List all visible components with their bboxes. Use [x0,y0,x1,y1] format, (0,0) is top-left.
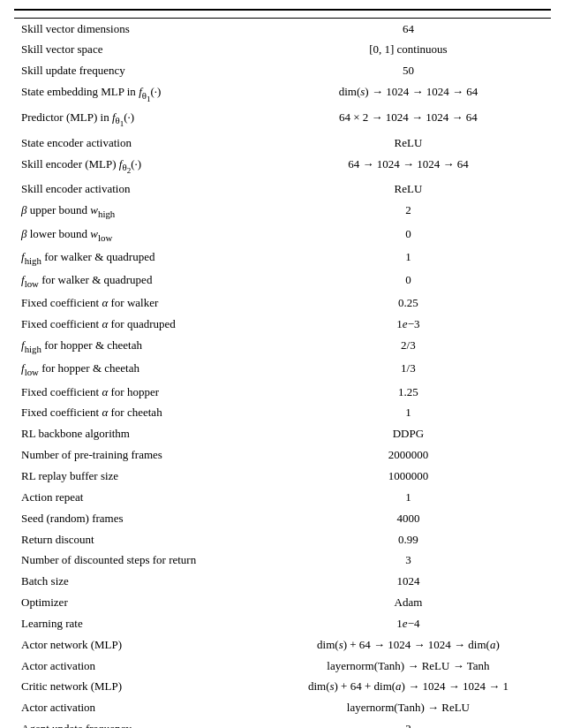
table-row: State embedding MLP in fθ1(·)dim(s) → 10… [14,82,551,108]
setting-cell: ReLU [266,133,551,154]
param-cell: Fixed coefficient α for cheetah [14,403,266,424]
param-cell: Return discount [14,529,266,550]
setting-cell: Adam [266,593,551,614]
setting-cell: 4000 [266,508,551,529]
setting-cell: dim(s) + 64 → 1024 → 1024 → dim(a) [266,634,551,656]
param-cell: Skill vector space [14,40,266,61]
table-row: Skill vector space[0, 1] continuous [14,40,551,61]
setting-cell: 0.25 [266,293,551,315]
param-cell: flow for walker & quadruped [14,270,266,293]
table-row: flow for walker & quadruped0 [14,270,551,293]
table-row: Predictor (MLP) in fθ1(·)64 × 2 → 1024 →… [14,107,551,133]
table-row: Agent update frequency2 [14,719,551,728]
param-cell: Actor activation [14,656,266,677]
table-row: Number of discounted steps for return3 [14,550,551,572]
table-row: State encoder activationReLU [14,133,551,154]
param-cell: State embedding MLP in fθ1(·) [14,82,266,108]
param-cell: State encoder activation [14,133,266,154]
setting-cell: 1e−3 [266,315,551,336]
table-row: Fixed coefficient α for cheetah1 [14,403,551,424]
setting-cell: layernorm(Tanh) → ReLU [266,698,551,719]
param-cell: Agent update frequency [14,719,266,728]
table-row: Seed (random) frames4000 [14,508,551,529]
setting-cell: 2/3 [266,336,551,359]
table-row: Fixed coefficient α for quadruped1e−3 [14,315,551,336]
param-cell: Skill encoder activation [14,179,266,201]
table-row: Return discount0.99 [14,529,551,550]
table-row: Learning rate1e−4 [14,613,551,634]
table-row: OptimizerAdam [14,593,551,614]
setting-cell: 1/3 [266,359,551,382]
table-row: Skill encoder (MLP) fθ2(·)64 → 1024 → 10… [14,154,551,179]
param-cell: Fixed coefficient α for walker [14,293,266,315]
table-row: Critic network (MLP)dim(s) + 64 + dim(a)… [14,677,551,698]
table-row: β lower bound wlow0 [14,224,551,246]
param-cell: Learning rate [14,613,266,634]
param-cell: Actor network (MLP) [14,634,266,656]
setting-cell: 64 [266,19,551,40]
param-cell: Fixed coefficient α for quadruped [14,315,266,336]
setting-cell: 0.99 [266,529,551,550]
col-header-setting [266,10,551,19]
setting-cell: 1 [266,246,551,269]
param-cell: Actor activation [14,698,266,719]
setting-cell: 1000000 [266,466,551,488]
setting-cell: 1 [266,487,551,508]
table-row: Fixed coefficient α for walker0.25 [14,293,551,315]
param-cell: Number of discounted steps for return [14,550,266,572]
param-cell: Skill encoder (MLP) fθ2(·) [14,154,266,179]
table-row: fhigh for walker & quadruped1 [14,246,551,269]
setting-cell: 50 [266,61,551,82]
setting-cell: 1.25 [266,382,551,403]
param-cell: Batch size [14,572,266,593]
setting-cell: 0 [266,270,551,293]
table-row: β upper bound whigh2 [14,201,551,224]
setting-cell: 1024 [266,572,551,593]
param-cell: Fixed coefficient α for hopper [14,382,266,403]
setting-cell: 3 [266,550,551,572]
param-cell: Skill update frequency [14,61,266,82]
setting-cell: 64 → 1024 → 1024 → 64 [266,154,551,179]
param-cell: RL replay buffer size [14,466,266,488]
table-row: Fixed coefficient α for hopper1.25 [14,382,551,403]
hyper-parameter-table: Skill vector dimensions64Skill vector sp… [14,9,551,728]
setting-cell: DDPG [266,424,551,445]
setting-cell: layernorm(Tanh) → ReLU → Tanh [266,656,551,677]
setting-cell: 0 [266,224,551,246]
table-row: RL replay buffer size1000000 [14,466,551,488]
table-row: Actor activationlayernorm(Tanh) → ReLU →… [14,656,551,677]
param-cell: Number of pre-training frames [14,445,266,466]
param-cell: fhigh for walker & quadruped [14,246,266,269]
table-row: Action repeat1 [14,487,551,508]
table-row: RL backbone algorithmDDPG [14,424,551,445]
table-row: Skill vector dimensions64 [14,19,551,40]
table-row: Actor activationlayernorm(Tanh) → ReLU [14,698,551,719]
setting-cell: dim(s) + 64 + dim(a) → 1024 → 1024 → 1 [266,677,551,698]
param-cell: β lower bound wlow [14,224,266,246]
col-header-param [14,10,266,19]
param-cell: Predictor (MLP) in fθ1(·) [14,107,266,133]
setting-cell: 1e−4 [266,613,551,634]
table-row: Skill encoder activationReLU [14,179,551,201]
param-cell: RL backbone algorithm [14,424,266,445]
param-cell: Action repeat [14,487,266,508]
param-cell: Skill vector dimensions [14,19,266,40]
table-row: fhigh for hopper & cheetah2/3 [14,336,551,359]
table-row: flow for hopper & cheetah1/3 [14,359,551,382]
setting-cell: dim(s) → 1024 → 1024 → 64 [266,82,551,108]
setting-cell: 2 [266,719,551,728]
setting-cell: ReLU [266,179,551,201]
param-cell: Optimizer [14,593,266,614]
table-row: Actor network (MLP)dim(s) + 64 → 1024 → … [14,634,551,656]
param-cell: β upper bound whigh [14,201,266,224]
setting-cell: 2000000 [266,445,551,466]
setting-cell: 1 [266,403,551,424]
param-cell: fhigh for hopper & cheetah [14,336,266,359]
setting-cell: 64 × 2 → 1024 → 1024 → 64 [266,107,551,133]
param-cell: Seed (random) frames [14,508,266,529]
table-row: Batch size1024 [14,572,551,593]
table-row: Skill update frequency50 [14,61,551,82]
table-row: Number of pre-training frames2000000 [14,445,551,466]
setting-cell: [0, 1] continuous [266,40,551,61]
param-cell: Critic network (MLP) [14,677,266,698]
